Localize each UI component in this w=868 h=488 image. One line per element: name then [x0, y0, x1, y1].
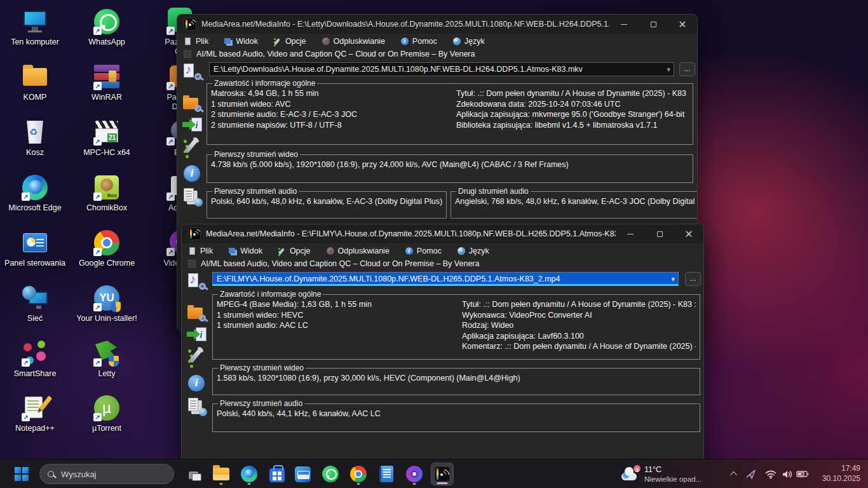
menu-pomoc[interactable]: iPomoc	[405, 247, 442, 255]
task-view-icon	[184, 464, 203, 484]
letty-icon: ↗	[93, 339, 121, 367]
tray-battery[interactable]	[796, 468, 810, 480]
desktop-icon-your-uninstaller[interactable]: YU↗ Your Unin-staller!	[72, 284, 142, 323]
window2-title: MediaArea.net/MediaInfo - E:\FILMY\A.Hou…	[206, 229, 616, 238]
close-button[interactable]: ✕	[668, 15, 697, 34]
taskbar-search[interactable]	[39, 464, 174, 484]
window1-ad-banner[interactable]: AI/ML based Audio, Video and Caption QC …	[177, 48, 697, 60]
menu-plik[interactable]: Plik	[184, 37, 208, 46]
task-view-button[interactable]	[182, 463, 205, 485]
menu-odpluskwianie[interactable]: Odpluskwianie	[326, 247, 390, 255]
view-menu-icon	[224, 37, 233, 46]
mediainfo-window-mp4: MediaArea.net/MediaInfo - E:\FILMY\A.Hou…	[181, 224, 704, 468]
options-menu-icon	[273, 37, 282, 46]
window2-titlebar[interactable]: MediaArea.net/MediaInfo - E:\FILMY\A.Hou…	[182, 224, 703, 243]
taskbar-outlook[interactable]	[291, 463, 314, 485]
start-button[interactable]	[10, 463, 33, 485]
chrome-icon: ↗	[93, 229, 121, 257]
web-report-icon[interactable]	[182, 187, 203, 207]
desktop-icon-microsoft-edge[interactable]: ↗ Microsoft Edge	[0, 173, 70, 213]
help-menu-icon: i	[405, 247, 414, 255]
mediainfo-app-icon	[188, 227, 201, 240]
folder-icon	[21, 63, 49, 91]
window2-browse-button[interactable]: ...	[685, 272, 701, 286]
taskbar-store[interactable]	[266, 463, 288, 485]
maximize-button[interactable]	[639, 15, 668, 34]
taskbar-file-explorer[interactable]	[210, 463, 233, 485]
desktop-icon-letty[interactable]: ↗ Letty	[72, 339, 142, 379]
open-folder-icon[interactable]	[182, 94, 203, 114]
options-icon[interactable]	[187, 347, 207, 367]
window1-browse-button[interactable]: ...	[679, 62, 695, 76]
open-file-icon[interactable]: ♪	[182, 62, 203, 83]
taskbar-clock[interactable]: 17:49 30.10.2025	[822, 463, 860, 484]
menu-jezyk[interactable]: Język	[452, 37, 485, 46]
window1-titlebar[interactable]: MediaArea.net/MediaInfo - E:\Letty\Downl…	[177, 15, 697, 34]
close-button[interactable]: ✕	[674, 224, 703, 243]
utorrent-icon: µ↗	[93, 394, 121, 422]
desktop-icon-google-chrome[interactable]: ↗ Google Chrome	[72, 229, 142, 268]
menu-plik[interactable]: Plik	[188, 247, 213, 255]
taskbar-whatsapp[interactable]	[319, 463, 342, 485]
tray-wifi[interactable]	[764, 468, 778, 480]
general-right-column: Tytuł: .:: Dom pełen dynamitu / A House …	[462, 299, 696, 352]
desktop-icon-kosz[interactable]: ♻ Kosz	[0, 118, 70, 158]
minimize-button[interactable]	[609, 15, 639, 34]
open-folder-icon[interactable]	[187, 304, 207, 324]
minimize-button[interactable]	[616, 224, 645, 243]
window2-ad-banner[interactable]: AI/ML based Audio, Video and Caption QC …	[182, 258, 703, 269]
desktop-icon-chomikbox[interactable]: ↗ ChomikBox	[72, 173, 142, 213]
clock-time: 17:49	[822, 463, 860, 473]
menu-widok[interactable]: Widok	[224, 37, 258, 46]
desktop-icon-mpc-hc[interactable]: 21↗ MPC-HC x64	[72, 118, 142, 158]
desktop-icon-winrar[interactable]: ↗ WinRAR	[72, 63, 142, 102]
about-icon[interactable]: i	[187, 374, 207, 394]
wifi-icon	[765, 470, 776, 479]
export-info-icon[interactable]: i	[182, 116, 203, 136]
computer-icon	[21, 8, 49, 36]
desktop-icon-smartshare[interactable]: ↗ SmartShare	[0, 339, 70, 379]
desktop-icon-notepadpp[interactable]: ↗ Notepad++	[0, 394, 70, 433]
taskbar-chrome[interactable]	[347, 463, 370, 485]
edge-icon: ↗	[21, 173, 49, 201]
tray-show-hidden-icons[interactable]	[726, 468, 740, 480]
window1-file-path-combobox[interactable]: E:\Letty\Downloads\A.House.of.Dynamite.2…	[209, 62, 674, 76]
notepad-icon	[379, 466, 393, 482]
desktop-icon-whatsapp[interactable]: ↗ WhatsApp	[72, 8, 142, 47]
tray-volume[interactable]	[780, 468, 794, 480]
debug-menu-icon	[326, 247, 335, 255]
export-info-icon[interactable]: i	[187, 325, 207, 346]
menu-pomoc[interactable]: iPomoc	[400, 37, 437, 46]
network-icon	[21, 284, 49, 312]
taskbar-notepad[interactable]	[375, 463, 398, 485]
options-icon[interactable]	[182, 137, 203, 158]
smartshare-icon: ↗	[21, 339, 49, 367]
maximize-button[interactable]	[645, 224, 674, 243]
desktop-icon-siec[interactable]: Sieć	[0, 284, 70, 323]
about-icon[interactable]: i	[182, 164, 203, 184]
window2-audio1-group: Pierwszy strumień audio Polski, 440 kb/s…	[212, 399, 700, 432]
taskbar-mediainfo-active[interactable]	[431, 463, 454, 485]
menu-odpluskwianie[interactable]: Odpluskwianie	[322, 37, 385, 46]
web-report-icon[interactable]	[187, 396, 207, 417]
search-icon	[48, 471, 54, 477]
taskbar-videoproc[interactable]	[403, 463, 426, 485]
menu-opcje[interactable]: Opcje	[278, 247, 311, 255]
tray-location-indicator[interactable]	[743, 468, 757, 480]
menu-widok[interactable]: Widok	[228, 247, 262, 255]
search-input[interactable]	[60, 469, 155, 480]
chevron-down-icon[interactable]: ▾	[667, 63, 670, 76]
open-file-icon[interactable]: ♪	[187, 272, 207, 292]
desktop-icon-utorrent[interactable]: µ↗ µTorrent	[72, 394, 142, 433]
banner-logo	[184, 50, 191, 58]
window2-file-path-combobox[interactable]: E:\FILMY\A.House.of.Dynamite.2025.MULTi.…	[212, 272, 679, 286]
chevron-down-icon[interactable]: ▾	[671, 273, 675, 285]
desktop-icon-ten-komputer[interactable]: Ten komputer	[0, 8, 70, 47]
desktop-icon-panel-sterowania[interactable]: Panel sterowania	[0, 229, 70, 268]
menu-opcje[interactable]: Opcje	[273, 37, 306, 46]
taskbar-edge[interactable]	[238, 463, 261, 485]
menu-jezyk[interactable]: Język	[457, 247, 489, 255]
desktop-icon-komp[interactable]: KOMP	[0, 63, 70, 102]
options-menu-icon	[278, 247, 287, 255]
weather-widget[interactable]: 3 11°C Niewielkie opad...	[620, 462, 722, 486]
